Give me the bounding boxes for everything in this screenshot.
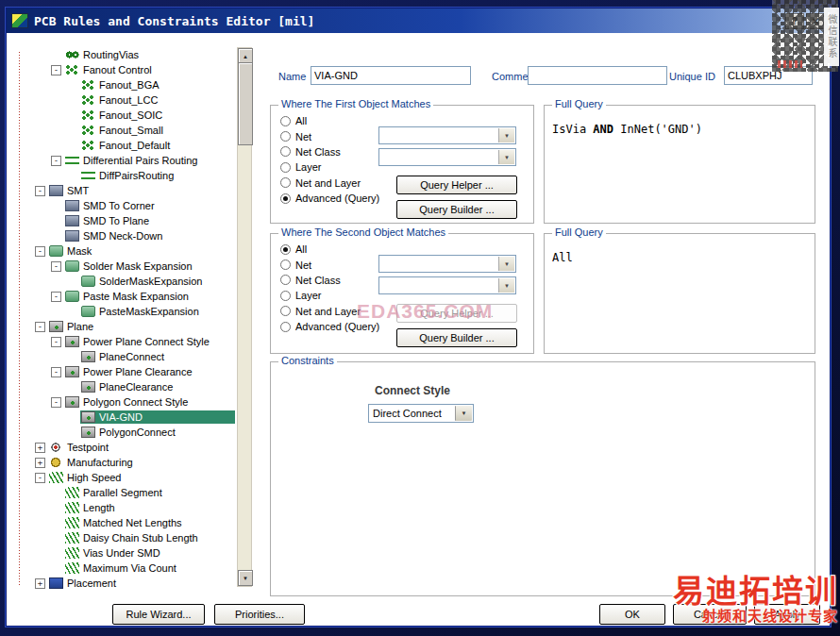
radio-icon[interactable] xyxy=(280,162,291,173)
collapse-toggle-icon[interactable]: - xyxy=(51,397,61,408)
second-netclass-combo[interactable]: ▼ xyxy=(378,276,516,294)
scroll-thumb[interactable] xyxy=(238,62,253,145)
tree-item[interactable]: SMD To Corner xyxy=(35,198,235,213)
tree-item-body[interactable]: Fanout_Small xyxy=(80,124,166,137)
tree-item-body[interactable]: Plane xyxy=(48,320,96,333)
connect-style-dropdown[interactable]: Direct Connect ▼ xyxy=(368,404,474,423)
tree-item[interactable]: -Solder Mask Expansion xyxy=(35,259,235,274)
radio-option-net[interactable]: Net xyxy=(280,128,379,143)
tree-item[interactable]: Fanout_LCC xyxy=(35,92,235,108)
tree-item-body[interactable]: DiffPairsRouting xyxy=(80,169,176,182)
radio-option-net[interactable]: Net xyxy=(280,257,379,272)
tree-item-body[interactable]: SMD To Plane xyxy=(64,214,152,227)
radio-option-all[interactable]: All xyxy=(280,242,379,257)
tree-item-body[interactable]: PolygonConnect xyxy=(80,426,178,439)
first-netclass-combo[interactable]: ▼ xyxy=(378,148,516,166)
tree-item[interactable]: Fanout_SOIC xyxy=(35,108,235,123)
tree-item[interactable]: -Power Plane Clearance xyxy=(35,364,235,379)
tree-item-body[interactable]: Mask xyxy=(48,244,94,258)
first-query-builder-button[interactable]: Query Builder ... xyxy=(396,200,517,219)
tree-item-body[interactable]: Parallel Segment xyxy=(64,486,165,499)
radio-option-all[interactable]: All xyxy=(280,113,379,128)
tree-item-body[interactable]: Fanout_Default xyxy=(80,139,173,152)
collapse-toggle-icon[interactable]: - xyxy=(51,292,61,302)
priorities-button[interactable]: Priorities... xyxy=(214,604,305,625)
tree-item-body[interactable]: Placement xyxy=(48,577,119,590)
tree-item[interactable]: RoutingVias xyxy=(35,47,235,62)
combo-arrow-icon[interactable]: ▼ xyxy=(498,128,514,142)
expand-toggle-icon[interactable]: + xyxy=(35,578,45,589)
tree-item-body[interactable]: RoutingVias xyxy=(64,48,142,61)
tree-item[interactable]: PlaneConnect xyxy=(35,349,235,364)
tree-item[interactable]: Fanout_BGA xyxy=(35,77,235,92)
tree-item[interactable]: Daisy Chain Stub Length xyxy=(35,530,235,545)
second-query-builder-button[interactable]: Query Builder ... xyxy=(396,328,517,347)
name-input[interactable] xyxy=(311,66,471,85)
radio-icon[interactable] xyxy=(280,146,291,157)
radio-icon[interactable] xyxy=(280,131,291,142)
tree-item-body[interactable]: Power Plane Connect Style xyxy=(64,335,212,348)
first-query-helper-button[interactable]: Query Helper ... xyxy=(396,176,517,194)
second-net-combo[interactable]: ▼ xyxy=(378,255,516,273)
tree-item-body[interactable]: Power Plane Clearance xyxy=(64,365,195,378)
tree-scrollbar[interactable]: ▲ ▼ xyxy=(237,47,252,587)
tree-item-body[interactable]: Differential Pairs Routing xyxy=(64,154,200,167)
tree-item[interactable]: -SMT xyxy=(35,183,235,198)
tree-item-body[interactable]: Polygon Connect Style xyxy=(64,395,191,409)
tree-item[interactable]: -Fanout Control xyxy=(35,62,235,77)
scroll-down-arrow-icon[interactable]: ▼ xyxy=(238,570,253,586)
tree-item[interactable]: SolderMaskExpansion xyxy=(35,274,235,289)
titlebar[interactable]: PCB Rules and Constraints Editor [mil] ?… xyxy=(7,8,830,33)
tree-item-body[interactable]: SMD To Corner xyxy=(64,199,158,212)
tree-item-body[interactable]: Solder Mask Expansion xyxy=(64,259,195,273)
tree-item-body[interactable]: PlaneConnect xyxy=(80,350,167,363)
tree-item-body[interactable]: SMD Neck-Down xyxy=(64,229,165,243)
tree-item-body[interactable]: Matched Net Lengths xyxy=(64,516,185,529)
first-net-combo[interactable]: ▼ xyxy=(378,126,516,144)
tree-item[interactable]: VIA-GND xyxy=(35,410,235,425)
collapse-toggle-icon[interactable]: - xyxy=(51,367,61,377)
tree-item-body[interactable]: High Speed xyxy=(48,471,125,484)
tree-item[interactable]: Matched Net Lengths xyxy=(35,515,235,530)
combo-arrow-icon[interactable]: ▼ xyxy=(498,150,514,164)
tree-item-body[interactable]: Paste Mask Expansion xyxy=(64,290,192,303)
tree-item[interactable]: -Polygon Connect Style xyxy=(35,394,235,410)
tree-item[interactable]: Fanout_Default xyxy=(35,138,235,153)
tree-item-body[interactable]: Fanout_LCC xyxy=(80,93,160,107)
tree-item[interactable]: PolygonConnect xyxy=(35,425,235,440)
comment-input[interactable] xyxy=(528,66,667,85)
dropdown-arrow-icon[interactable]: ▼ xyxy=(455,406,472,421)
tree-item[interactable]: DiffPairsRouting xyxy=(35,168,235,183)
collapse-toggle-icon[interactable]: - xyxy=(51,337,61,347)
tree-item[interactable]: -Power Plane Connect Style xyxy=(35,334,235,349)
tree-item-body[interactable]: SolderMaskExpansion xyxy=(80,275,205,288)
ok-button[interactable]: OK xyxy=(599,604,665,625)
tree-item-body[interactable]: Length xyxy=(64,501,118,514)
tree-item[interactable]: -Differential Pairs Routing xyxy=(35,153,235,168)
collapse-toggle-icon[interactable]: - xyxy=(51,156,61,166)
radio-icon[interactable] xyxy=(280,177,291,188)
radio-icon[interactable] xyxy=(280,306,291,316)
collapse-toggle-icon[interactable]: - xyxy=(51,65,61,75)
radio-icon[interactable] xyxy=(280,259,291,270)
tree-item[interactable]: Length xyxy=(35,500,235,515)
tree-item-body[interactable]: VIA-GND xyxy=(80,410,235,424)
radio-icon[interactable] xyxy=(280,291,291,301)
tree-item-body[interactable]: Fanout_BGA xyxy=(80,78,162,92)
rule-wizard-button[interactable]: Rule Wizard... xyxy=(112,604,205,625)
tree-item[interactable]: Maximum Via Count xyxy=(35,561,235,576)
tree-item[interactable]: +Testpoint xyxy=(35,440,235,455)
radio-icon[interactable] xyxy=(280,244,291,255)
tree-item[interactable]: Parallel Segment xyxy=(35,485,235,500)
radio-option-net-class[interactable]: Net Class xyxy=(280,144,379,159)
tree-item[interactable]: -High Speed xyxy=(35,470,235,485)
tree-item-body[interactable]: Fanout_SOIC xyxy=(80,109,165,122)
tree-item[interactable]: -Mask xyxy=(35,243,235,259)
tree-item-body[interactable]: Daisy Chain Stub Length xyxy=(64,531,201,544)
tree-item[interactable]: -Paste Mask Expansion xyxy=(35,289,235,304)
tree-item-body[interactable]: Testpoint xyxy=(48,441,111,454)
tree-item[interactable]: PasteMaskExpansion xyxy=(35,304,235,319)
tree-item-body[interactable]: SMT xyxy=(48,184,92,197)
tree-item[interactable]: Fanout_Small xyxy=(35,123,235,138)
expand-toggle-icon[interactable]: + xyxy=(35,458,45,468)
